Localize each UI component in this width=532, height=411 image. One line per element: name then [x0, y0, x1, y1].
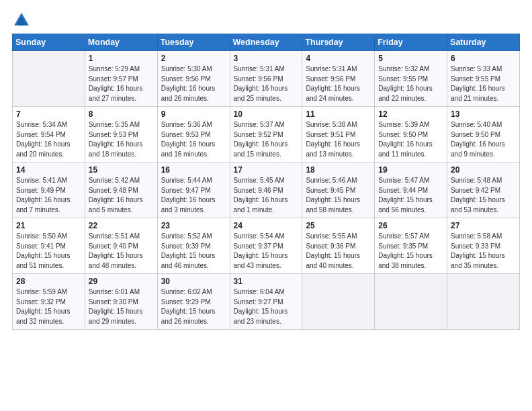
cell-text: Sunrise: 5:52 AM Sunset: 9:39 PM Dayligh… — [161, 232, 227, 271]
day-number: 21 — [16, 221, 82, 230]
day-number: 15 — [89, 165, 154, 175]
day-number: 22 — [89, 221, 154, 230]
page: SundayMondayTuesdayWednesdayThursdayFrid… — [0, 0, 532, 336]
header — [12, 11, 520, 30]
calendar-week-row: 1Sunrise: 5:29 AM Sunset: 9:57 PM Daylig… — [13, 51, 520, 107]
calendar-cell: 25Sunrise: 5:55 AM Sunset: 9:36 PM Dayli… — [302, 218, 375, 274]
calendar-cell: 26Sunrise: 5:57 AM Sunset: 9:35 PM Dayli… — [375, 218, 447, 274]
day-number: 27 — [451, 221, 517, 230]
cell-text: Sunrise: 5:30 AM Sunset: 9:56 PM Dayligh… — [161, 64, 227, 103]
day-number: 14 — [16, 165, 82, 175]
day-number: 16 — [161, 165, 227, 175]
day-number: 5 — [378, 54, 444, 63]
calendar-cell — [13, 51, 85, 107]
day-number: 29 — [89, 277, 154, 286]
calendar-week-row: 21Sunrise: 5:50 AM Sunset: 9:41 PM Dayli… — [13, 218, 520, 274]
calendar-cell: 4Sunrise: 5:31 AM Sunset: 9:56 PM Daylig… — [302, 51, 375, 107]
cell-text: Sunrise: 5:51 AM Sunset: 9:40 PM Dayligh… — [89, 232, 154, 271]
day-number: 8 — [89, 109, 154, 119]
cell-text: Sunrise: 5:34 AM Sunset: 9:54 PM Dayligh… — [16, 120, 82, 159]
cell-text: Sunrise: 6:04 AM Sunset: 9:27 PM Dayligh… — [234, 287, 300, 326]
day-number: 12 — [378, 109, 444, 119]
calendar-cell: 23Sunrise: 5:52 AM Sunset: 9:39 PM Dayli… — [157, 218, 230, 274]
calendar-week-row: 7Sunrise: 5:34 AM Sunset: 9:54 PM Daylig… — [13, 107, 520, 163]
svg-rect-2 — [19, 19, 24, 25]
weekday-header: Friday — [375, 34, 447, 51]
calendar-cell: 9Sunrise: 5:36 AM Sunset: 9:53 PM Daylig… — [157, 107, 230, 163]
day-number: 9 — [161, 109, 227, 119]
calendar-cell: 12Sunrise: 5:39 AM Sunset: 9:50 PM Dayli… — [375, 107, 447, 163]
day-number: 20 — [451, 165, 517, 175]
calendar-cell: 20Sunrise: 5:48 AM Sunset: 9:42 PM Dayli… — [447, 163, 520, 218]
calendar-cell: 14Sunrise: 5:41 AM Sunset: 9:49 PM Dayli… — [13, 163, 85, 218]
calendar-cell: 24Sunrise: 5:54 AM Sunset: 9:37 PM Dayli… — [230, 218, 302, 274]
weekday-header: Thursday — [302, 34, 375, 51]
cell-text: Sunrise: 5:29 AM Sunset: 9:57 PM Dayligh… — [89, 64, 154, 103]
cell-text: Sunrise: 5:57 AM Sunset: 9:35 PM Dayligh… — [378, 232, 444, 271]
calendar-cell: 5Sunrise: 5:32 AM Sunset: 9:55 PM Daylig… — [375, 51, 447, 107]
day-number: 3 — [234, 54, 300, 63]
calendar-cell: 17Sunrise: 5:45 AM Sunset: 9:46 PM Dayli… — [230, 163, 302, 218]
cell-text: Sunrise: 5:37 AM Sunset: 9:52 PM Dayligh… — [234, 120, 300, 159]
logo — [12, 11, 32, 30]
day-number: 11 — [306, 109, 371, 119]
cell-text: Sunrise: 5:42 AM Sunset: 9:48 PM Dayligh… — [89, 176, 154, 215]
logo-icon — [12, 11, 31, 30]
calendar-cell: 8Sunrise: 5:35 AM Sunset: 9:53 PM Daylig… — [85, 107, 157, 163]
calendar-cell: 22Sunrise: 5:51 AM Sunset: 9:40 PM Dayli… — [85, 218, 157, 274]
calendar-cell: 31Sunrise: 6:04 AM Sunset: 9:27 PM Dayli… — [230, 274, 302, 330]
cell-text: Sunrise: 5:41 AM Sunset: 9:49 PM Dayligh… — [16, 176, 82, 215]
day-number: 25 — [306, 221, 371, 230]
day-number: 30 — [161, 277, 227, 286]
calendar-cell — [447, 274, 520, 330]
cell-text: Sunrise: 5:47 AM Sunset: 9:44 PM Dayligh… — [378, 176, 444, 215]
cell-text: Sunrise: 5:59 AM Sunset: 9:32 PM Dayligh… — [16, 287, 82, 326]
day-number: 31 — [234, 277, 300, 286]
calendar-cell: 1Sunrise: 5:29 AM Sunset: 9:57 PM Daylig… — [85, 51, 157, 107]
cell-text: Sunrise: 5:45 AM Sunset: 9:46 PM Dayligh… — [234, 176, 300, 215]
day-number: 7 — [16, 109, 82, 119]
cell-text: Sunrise: 6:02 AM Sunset: 9:29 PM Dayligh… — [161, 287, 227, 326]
weekday-header: Tuesday — [157, 34, 230, 51]
day-number: 4 — [306, 54, 371, 63]
day-number: 10 — [234, 109, 300, 119]
calendar-cell: 7Sunrise: 5:34 AM Sunset: 9:54 PM Daylig… — [13, 107, 85, 163]
calendar-cell — [302, 274, 375, 330]
cell-text: Sunrise: 5:50 AM Sunset: 9:41 PM Dayligh… — [16, 232, 82, 271]
calendar-body: 1Sunrise: 5:29 AM Sunset: 9:57 PM Daylig… — [13, 51, 520, 330]
day-number: 28 — [16, 277, 82, 286]
cell-text: Sunrise: 5:32 AM Sunset: 9:55 PM Dayligh… — [378, 64, 444, 103]
calendar-week-row: 14Sunrise: 5:41 AM Sunset: 9:49 PM Dayli… — [13, 163, 520, 218]
day-number: 23 — [161, 221, 227, 230]
calendar-cell: 11Sunrise: 5:38 AM Sunset: 9:51 PM Dayli… — [302, 107, 375, 163]
calendar-cell: 10Sunrise: 5:37 AM Sunset: 9:52 PM Dayli… — [230, 107, 302, 163]
calendar-cell: 30Sunrise: 6:02 AM Sunset: 9:29 PM Dayli… — [157, 274, 230, 330]
day-number: 1 — [89, 54, 154, 63]
day-number: 26 — [378, 221, 444, 230]
day-number: 2 — [161, 54, 227, 63]
cell-text: Sunrise: 5:36 AM Sunset: 9:53 PM Dayligh… — [161, 120, 227, 159]
calendar-cell: 18Sunrise: 5:46 AM Sunset: 9:45 PM Dayli… — [302, 163, 375, 218]
day-number: 13 — [451, 109, 517, 119]
cell-text: Sunrise: 5:35 AM Sunset: 9:53 PM Dayligh… — [89, 120, 154, 159]
cell-text: Sunrise: 5:33 AM Sunset: 9:55 PM Dayligh… — [451, 64, 517, 103]
cell-text: Sunrise: 5:31 AM Sunset: 9:56 PM Dayligh… — [306, 64, 371, 103]
weekday-header: Monday — [85, 34, 157, 51]
cell-text: Sunrise: 5:40 AM Sunset: 9:50 PM Dayligh… — [451, 120, 517, 159]
weekday-header: Wednesday — [230, 34, 302, 51]
cell-text: Sunrise: 5:31 AM Sunset: 9:56 PM Dayligh… — [234, 64, 300, 103]
day-number: 17 — [234, 165, 300, 175]
day-number: 6 — [451, 54, 517, 63]
calendar-table: SundayMondayTuesdayWednesdayThursdayFrid… — [12, 34, 520, 330]
day-number: 18 — [306, 165, 371, 175]
calendar-cell: 6Sunrise: 5:33 AM Sunset: 9:55 PM Daylig… — [447, 51, 520, 107]
calendar-cell: 15Sunrise: 5:42 AM Sunset: 9:48 PM Dayli… — [85, 163, 157, 218]
cell-text: Sunrise: 5:46 AM Sunset: 9:45 PM Dayligh… — [306, 176, 371, 215]
calendar-cell: 3Sunrise: 5:31 AM Sunset: 9:56 PM Daylig… — [230, 51, 302, 107]
calendar-cell: 21Sunrise: 5:50 AM Sunset: 9:41 PM Dayli… — [13, 218, 85, 274]
day-number: 24 — [234, 221, 300, 230]
weekday-header: Sunday — [13, 34, 85, 51]
calendar-cell: 2Sunrise: 5:30 AM Sunset: 9:56 PM Daylig… — [157, 51, 230, 107]
cell-text: Sunrise: 5:55 AM Sunset: 9:36 PM Dayligh… — [306, 232, 371, 271]
cell-text: Sunrise: 5:54 AM Sunset: 9:37 PM Dayligh… — [234, 232, 300, 271]
